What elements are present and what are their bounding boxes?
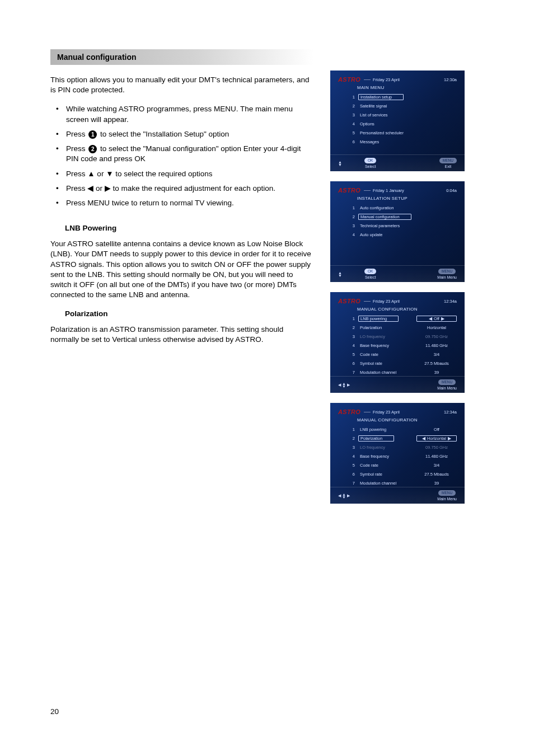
step-text: While watching ASTRO programmes, press M… xyxy=(66,104,313,124)
menu-item[interactable]: Manual configuration xyxy=(358,214,411,220)
menu-label: Main Menu xyxy=(437,386,457,390)
step-text: Press ◀ or ▶ to make the required adjust… xyxy=(66,184,313,194)
config-label[interactable]: LNB powering xyxy=(358,316,399,322)
ok-pill: OK xyxy=(364,269,376,274)
ok-label: Select xyxy=(364,165,376,168)
menu-item[interactable]: Auto update xyxy=(358,232,384,238)
menu-label: Exit xyxy=(439,165,457,168)
menu-pill: MENU xyxy=(438,269,456,274)
step-2: • Press 1 to select the "Installation Se… xyxy=(56,129,313,139)
config-label[interactable]: Symbol rate xyxy=(358,471,384,477)
nav-arrows-icon: ◀ ▲▼ ▶ xyxy=(338,382,350,388)
step-6: • Press MENU twice to return to normal T… xyxy=(56,198,313,208)
config-value[interactable]: 27.5 Mbauds xyxy=(416,361,457,366)
config-value[interactable]: 39 xyxy=(416,370,457,375)
tv-menu-list: 1Auto configuration 2Manual configuratio… xyxy=(349,204,457,238)
bullet-icon: • xyxy=(56,169,66,179)
menu-item[interactable]: List of services xyxy=(358,112,390,118)
astro-logo: ASTRO xyxy=(338,76,360,83)
nav-updown-icon: ▲▼ xyxy=(338,161,342,166)
step-text: Press MENU twice to return to normal TV … xyxy=(66,198,313,208)
config-label[interactable]: Base frequency xyxy=(358,453,391,459)
config-label[interactable]: LO frequency xyxy=(358,334,387,340)
step-1: • While watching ASTRO programmes, press… xyxy=(56,104,313,124)
config-label[interactable]: Symbol rate xyxy=(358,360,384,367)
menu-item[interactable]: Options xyxy=(358,121,376,127)
menu-item[interactable]: Personalized scheduler xyxy=(358,130,405,136)
menu-pill: MENU xyxy=(438,379,456,385)
astro-logo: ASTRO xyxy=(338,187,360,194)
tv-date: Friday 23 April xyxy=(373,410,400,415)
menu-item[interactable]: Messages xyxy=(358,139,381,145)
config-label[interactable]: Modulation channel xyxy=(358,480,398,486)
bullet-icon: • xyxy=(56,198,66,208)
menu-item[interactable]: Satellite signal xyxy=(358,103,388,109)
tv-time: 12:30a xyxy=(444,77,457,82)
menu-item[interactable]: Installation setup xyxy=(358,94,404,100)
separator-icon xyxy=(364,79,371,80)
nav-updown-icon: ▲▼ xyxy=(338,271,342,277)
tv-title: MAIN MENU xyxy=(357,85,457,90)
config-label[interactable]: Code rate xyxy=(358,351,380,358)
step-4: • Press ▲ or ▼ to select the required op… xyxy=(56,169,313,179)
bullet-icon: • xyxy=(56,184,66,194)
config-value[interactable]: 3/4 xyxy=(416,352,457,357)
menu-item[interactable]: Technical parameters xyxy=(358,223,401,229)
config-value[interactable]: 27.5 Mbauds xyxy=(416,472,457,477)
menu-label: Main Menu xyxy=(437,275,457,279)
step-5: • Press ◀ or ▶ to make the required adju… xyxy=(56,184,313,194)
config-value[interactable]: 09.750 GHz xyxy=(416,445,457,450)
astro-logo: ASTRO xyxy=(338,298,360,304)
step-pre: Press xyxy=(66,130,87,138)
config-label[interactable]: Modulation channel xyxy=(358,369,398,375)
steps-list: • While watching ASTRO programmes, press… xyxy=(56,104,313,208)
config-label[interactable]: Base frequency xyxy=(358,342,391,349)
tv-menu-list: 1Installation setup 2Satellite signal 3L… xyxy=(349,93,457,145)
bullet-icon: • xyxy=(56,144,66,164)
section-header: Manual configuration xyxy=(50,49,313,65)
tv-title: MANUAL CONFIGURATION xyxy=(357,417,457,422)
separator-icon xyxy=(364,190,371,191)
tv-date: Friday 23 April xyxy=(373,299,400,304)
intro-paragraph: This option allows you to manually edit … xyxy=(50,75,313,95)
config-value[interactable]: Off xyxy=(416,427,457,432)
config-label[interactable]: LNB powering xyxy=(358,426,388,433)
bullet-icon: • xyxy=(56,104,66,124)
config-value[interactable]: ◀ Horizontal ▶ xyxy=(416,435,457,442)
screenshot-main-menu: ASTRO Friday 23 April 12:30a MAIN MENU 1… xyxy=(330,71,465,171)
config-value[interactable]: 11.480 GHz xyxy=(416,343,457,348)
separator-icon xyxy=(364,301,371,302)
tv-title: INSTALLATION SETUP xyxy=(357,196,457,201)
config-value[interactable]: Horizontal xyxy=(416,325,457,330)
separator-icon xyxy=(364,412,371,412)
tv-config-list: 1LNB poweringOff2Polarization◀ Horizonta… xyxy=(349,426,457,487)
menu-pill: MENU xyxy=(438,490,456,496)
tv-config-list: 1LNB powering◀ Off ▶2PolarizationHorizon… xyxy=(349,315,457,376)
config-label[interactable]: Polarization xyxy=(358,435,394,442)
config-value[interactable]: ◀ Off ▶ xyxy=(416,316,457,322)
config-value[interactable]: 11.480 GHz xyxy=(416,454,457,459)
disc-two-icon: 2 xyxy=(88,145,97,153)
ok-pill: OK xyxy=(364,158,376,163)
ok-label: Select xyxy=(364,275,376,279)
lnb-heading: LNB Powering xyxy=(65,224,313,232)
step-text: Press ▲ or ▼ to select the required opti… xyxy=(66,169,313,179)
disc-one-icon: 1 xyxy=(88,130,97,139)
config-value[interactable]: 39 xyxy=(416,481,457,486)
menu-pill: MENU xyxy=(439,158,457,163)
step-text: Press 1 to select the "Installation Setu… xyxy=(66,129,313,139)
page-number: 20 xyxy=(50,707,59,716)
config-label[interactable]: LO frequency xyxy=(358,444,387,450)
step-pre: Press xyxy=(66,144,87,153)
lnb-paragraph: Your ASTRO satellite antenna contains a … xyxy=(50,239,313,300)
nav-arrows-icon: ◀ ▲▼ ▶ xyxy=(338,493,350,499)
config-label[interactable]: Polarization xyxy=(358,325,383,331)
astro-logo: ASTRO xyxy=(338,408,360,415)
config-label[interactable]: Code rate xyxy=(358,462,380,468)
menu-item[interactable]: Auto configuration xyxy=(358,205,395,211)
tv-date: Friday 1 January xyxy=(373,188,404,193)
config-value[interactable]: 3/4 xyxy=(416,463,457,468)
step-post: to select the "Manual configuration" opt… xyxy=(66,144,301,163)
config-value[interactable]: 09.750 GHz xyxy=(416,334,457,339)
step-post: to select the "Installation Setup" optio… xyxy=(100,130,229,138)
